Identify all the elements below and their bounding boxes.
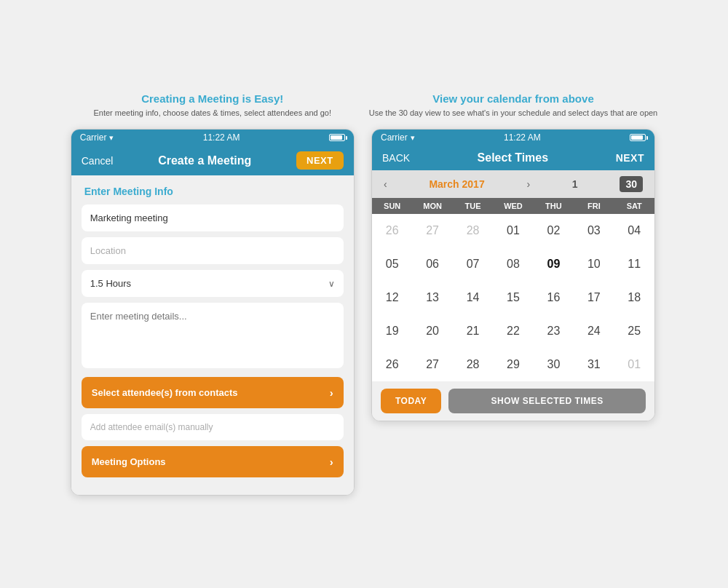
calendar-day-20[interactable]: 20 <box>412 314 452 348</box>
meeting-name-input[interactable] <box>82 204 344 231</box>
calendar-day-08[interactable]: 08 <box>493 247 533 281</box>
prev-month-button[interactable]: ‹ <box>384 178 387 190</box>
calendar-content: SUN MON TUE WED THU FRI SAT 262728010203… <box>372 198 654 381</box>
location-input[interactable] <box>82 237 344 264</box>
next-button-right[interactable]: NEXT <box>616 152 644 164</box>
right-title: View your calendar from above <box>369 92 658 105</box>
calendar-day-05[interactable]: 05 <box>372 247 412 281</box>
status-bar-right: Carrier ▾ 11:22 AM <box>372 130 654 146</box>
wifi-icon-right: ▾ <box>411 133 415 143</box>
calendar-day-21[interactable]: 21 <box>453 314 493 348</box>
next-month-button[interactable]: › <box>526 178 530 190</box>
calendar-day-11[interactable]: 11 <box>614 247 654 281</box>
select-attendees-button[interactable]: Select attendee(s) from contacts › <box>82 377 344 408</box>
arrow-icon-attendees: › <box>330 386 333 399</box>
chevron-down-icon: ∨ <box>328 279 335 289</box>
calendar-day-02[interactable]: 02 <box>534 214 574 247</box>
duration-dropdown[interactable]: 1.5 Hours ∨ <box>82 270 344 297</box>
weekday-fri: FRI <box>574 198 614 214</box>
meeting-options-button[interactable]: Meeting Options › <box>82 446 344 477</box>
section-title: Enter Meeting Info <box>84 186 344 197</box>
calendar-day-17[interactable]: 17 <box>574 281 614 314</box>
calendar-day-12[interactable]: 12 <box>372 281 412 314</box>
calendar-day-26[interactable]: 26 <box>372 214 412 247</box>
nav-title-left: Create a Meeting <box>158 154 251 167</box>
calendar-day-14[interactable]: 14 <box>453 281 493 314</box>
calendar-day-29[interactable]: 29 <box>493 348 533 381</box>
calendar-day-03[interactable]: 03 <box>574 214 614 247</box>
next-button-left[interactable]: NEXT <box>296 151 344 170</box>
calendar-day-22[interactable]: 22 <box>493 314 533 348</box>
status-bar-left: Carrier ▾ 11:22 AM <box>71 130 354 146</box>
day-num-1: 1 <box>572 178 578 190</box>
calendar-day-18[interactable]: 18 <box>614 281 654 314</box>
calendar-grid: 2627280102030405060708091011121314151617… <box>372 214 654 381</box>
right-subtitle: Use the 30 day view to see what's in you… <box>369 108 658 119</box>
calendar-day-19[interactable]: 19 <box>372 314 412 348</box>
month-row: ‹ March 2017 › 1 30 <box>372 170 654 198</box>
calendar-day-07[interactable]: 07 <box>453 247 493 281</box>
calendar-day-09[interactable]: 09 <box>534 247 574 281</box>
left-panel: Creating a Meeting is Easy! Enter meetin… <box>71 92 355 496</box>
month-name: March 2017 <box>429 178 484 190</box>
calendar-day-26[interactable]: 26 <box>372 348 412 381</box>
calendar-day-01[interactable]: 01 <box>614 348 654 381</box>
calendar-day-04[interactable]: 04 <box>614 214 654 247</box>
calendar-day-16[interactable]: 16 <box>534 281 574 314</box>
duration-value: 1.5 Hours <box>90 278 131 289</box>
calendar-day-23[interactable]: 23 <box>534 314 574 348</box>
left-phone: Carrier ▾ 11:22 AM Cancel Create a Meeti… <box>71 129 355 496</box>
calendar-day-28[interactable]: 28 <box>453 348 493 381</box>
form-content: Enter Meeting Info 1.5 Hours ∨ Select at… <box>71 175 354 495</box>
cal-nav-title: Select Times <box>478 151 549 164</box>
back-button[interactable]: BACK <box>382 152 410 164</box>
calendar-day-27[interactable]: 27 <box>412 214 452 247</box>
calendar-day-06[interactable]: 06 <box>412 247 452 281</box>
calendar-day-24[interactable]: 24 <box>574 314 614 348</box>
weekday-mon: MON <box>412 198 452 214</box>
weekday-sat: SAT <box>614 198 654 214</box>
left-subtitle: Enter meeting info, choose dates & times… <box>93 108 331 119</box>
weekday-sun: SUN <box>372 198 412 214</box>
calendar-day-30[interactable]: 30 <box>534 348 574 381</box>
time-left: 11:22 AM <box>203 132 240 143</box>
calendar-day-25[interactable]: 25 <box>614 314 654 348</box>
cancel-button[interactable]: Cancel <box>82 155 114 167</box>
weekday-tue: TUE <box>453 198 493 214</box>
carrier-left: Carrier ▾ <box>80 132 114 143</box>
calendar-day-01[interactable]: 01 <box>493 214 533 247</box>
today-button[interactable]: TODAY <box>381 389 441 413</box>
right-header: View your calendar from above Use the 30… <box>369 92 658 119</box>
weekdays-row: SUN MON TUE WED THU FRI SAT <box>372 198 654 214</box>
calendar-day-31[interactable]: 31 <box>574 348 614 381</box>
calendar-day-13[interactable]: 13 <box>412 281 452 314</box>
calendar-day-10[interactable]: 10 <box>574 247 614 281</box>
nav-bar-left: Cancel Create a Meeting NEXT <box>71 146 354 175</box>
calendar-day-28[interactable]: 28 <box>453 214 493 247</box>
right-phone: Carrier ▾ 11:22 AM BACK Select Times NEX… <box>371 129 655 421</box>
left-header: Creating a Meeting is Easy! Enter meetin… <box>93 92 331 119</box>
right-panel: View your calendar from above Use the 30… <box>369 92 658 421</box>
time-right: 11:22 AM <box>504 132 541 143</box>
details-textarea[interactable] <box>82 303 344 368</box>
show-times-button[interactable]: SHOW SELECTED TIMES <box>448 389 646 413</box>
wifi-icon-left: ▾ <box>109 133 114 143</box>
calendar-day-15[interactable]: 15 <box>493 281 533 314</box>
day-num-30: 30 <box>620 176 643 192</box>
weekday-thu: THU <box>534 198 574 214</box>
arrow-icon-options: › <box>330 456 333 468</box>
calendar-day-27[interactable]: 27 <box>412 348 452 381</box>
battery-icon-right <box>630 134 646 141</box>
carrier-right: Carrier ▾ <box>381 132 415 143</box>
calendar-footer: TODAY SHOW SELECTED TIMES <box>372 381 654 421</box>
add-email-field[interactable]: Add attendee email(s) manually <box>82 414 344 440</box>
battery-icon-left <box>329 134 345 141</box>
weekday-wed: WED <box>493 198 533 214</box>
cal-nav-bar: BACK Select Times NEXT <box>372 146 654 170</box>
left-title: Creating a Meeting is Easy! <box>93 92 331 105</box>
